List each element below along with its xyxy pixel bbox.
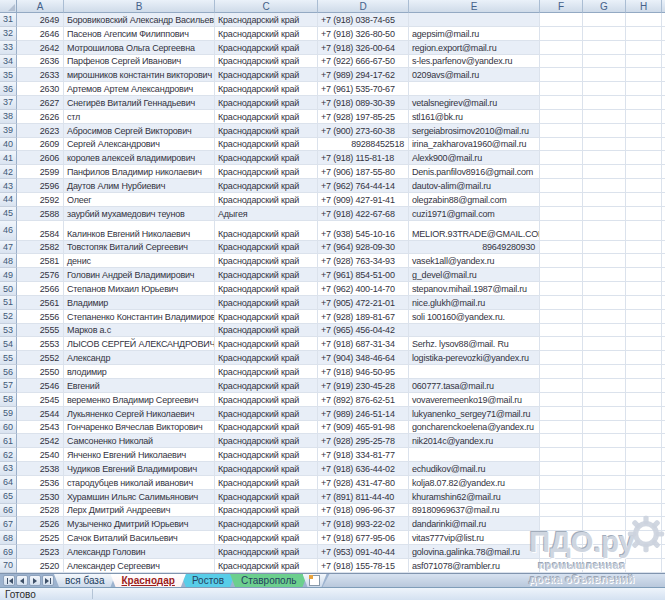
cell-G39[interactable] xyxy=(583,124,626,138)
cell-H51[interactable] xyxy=(626,296,662,310)
cell-F35[interactable] xyxy=(540,68,583,82)
cell-E41[interactable]: Alexk900@mail.ru xyxy=(409,151,540,165)
cell-C44[interactable]: Краснодарский край xyxy=(215,193,318,207)
cell-H38[interactable] xyxy=(626,110,662,124)
cell-A70[interactable]: 2520 xyxy=(17,559,64,573)
cell-D69[interactable]: +7 (953) 091-40-44 xyxy=(318,545,409,559)
cell-C68[interactable]: Краснодарский край xyxy=(215,531,318,545)
cell-G58[interactable] xyxy=(583,393,626,407)
cell-E35[interactable]: 0209avs@mail.ru xyxy=(409,68,540,82)
cell-F44[interactable] xyxy=(540,193,583,207)
cell-H57[interactable] xyxy=(626,379,662,393)
row-header-64[interactable]: 64 xyxy=(0,476,17,490)
row-header-45[interactable]: 45 xyxy=(0,207,17,221)
cell-F37[interactable] xyxy=(540,96,583,110)
cell-F31[interactable] xyxy=(540,13,583,27)
cell-A62[interactable]: 2540 xyxy=(17,448,64,462)
cell-C35[interactable]: Краснодарский край xyxy=(215,68,318,82)
cell-A46[interactable]: 2584 xyxy=(17,221,64,241)
cell-D64[interactable]: +7 (928) 431-47-80 xyxy=(318,476,409,490)
cell-H49[interactable] xyxy=(626,268,662,282)
sheet-tab-2[interactable]: Ростов xyxy=(181,574,235,587)
cell-H34[interactable] xyxy=(626,55,662,69)
row-header-60[interactable]: 60 xyxy=(0,421,17,435)
cell-B62[interactable]: Янченко Евгений Николаевич xyxy=(64,448,215,462)
cell-B70[interactable]: Александер Сергеевич xyxy=(64,559,215,573)
cell-G38[interactable] xyxy=(583,110,626,124)
cell-B69[interactable]: Александр Головин xyxy=(64,545,215,559)
row-header-35[interactable]: 35 xyxy=(0,68,17,82)
row-header-65[interactable]: 65 xyxy=(0,490,17,504)
cell-A59[interactable]: 2544 xyxy=(17,407,64,421)
cell-G68[interactable] xyxy=(583,531,626,545)
cell-A67[interactable]: 2526 xyxy=(17,517,64,531)
column-header-e[interactable]: E xyxy=(409,0,540,13)
cell-B66[interactable]: Лерх Дмитрий Андреевич xyxy=(64,504,215,518)
cell-C38[interactable]: Краснодарский край xyxy=(215,110,318,124)
cell-D45[interactable]: +7 (918) 422-67-68 xyxy=(318,207,409,221)
cell-H64[interactable] xyxy=(626,476,662,490)
cell-C70[interactable]: Краснодарский край xyxy=(215,559,318,573)
cell-G56[interactable] xyxy=(583,365,626,379)
cell-B34[interactable]: Парфенов Сергей Иванович xyxy=(64,55,215,69)
cell-A56[interactable]: 2550 xyxy=(17,365,64,379)
cell-E70[interactable]: asf071078@rambler.ru xyxy=(409,559,540,573)
row-header-40[interactable]: 40 xyxy=(0,138,17,152)
cell-C31[interactable]: Краснодарский край xyxy=(215,13,318,27)
cell-C63[interactable]: Краснодарский край xyxy=(215,462,318,476)
cell-G59[interactable] xyxy=(583,407,626,421)
cell-G55[interactable] xyxy=(583,351,626,365)
cell-G43[interactable] xyxy=(583,179,626,193)
cell-A36[interactable]: 2630 xyxy=(17,82,64,96)
cell-E40[interactable]: irina_zakharova1960@mail.ru xyxy=(409,138,540,152)
cell-B36[interactable]: Артемов Артем Александрович xyxy=(64,82,215,96)
cell-C49[interactable]: Краснодарский край xyxy=(215,268,318,282)
cell-F61[interactable] xyxy=(540,434,583,448)
cell-B45[interactable]: заурбий мухамедович теунов xyxy=(64,207,215,221)
cell-D44[interactable]: +7 (909) 427-91-41 xyxy=(318,193,409,207)
cell-A66[interactable]: 2528 xyxy=(17,504,64,518)
cell-F47[interactable] xyxy=(540,241,583,255)
cell-F39[interactable] xyxy=(540,124,583,138)
cell-E56[interactable] xyxy=(409,365,540,379)
cell-E64[interactable]: kolja8.07.82@yandex.ru xyxy=(409,476,540,490)
cell-H63[interactable] xyxy=(626,462,662,476)
cell-H67[interactable] xyxy=(626,517,662,531)
cell-D53[interactable]: +7 (965) 456-04-42 xyxy=(318,324,409,338)
cell-B46[interactable]: Калинков Евгений Николаевич xyxy=(64,221,215,241)
cell-A51[interactable]: 2561 xyxy=(17,296,64,310)
cell-G57[interactable] xyxy=(583,379,626,393)
row-header-41[interactable]: 41 xyxy=(0,151,17,165)
cell-A33[interactable]: 2642 xyxy=(17,41,64,55)
cell-G64[interactable] xyxy=(583,476,626,490)
cell-G49[interactable] xyxy=(583,268,626,282)
cell-E55[interactable]: logistika-perevozki@yandex.ru xyxy=(409,351,540,365)
cell-A34[interactable]: 2636 xyxy=(17,55,64,69)
row-header-66[interactable]: 66 xyxy=(0,504,17,518)
cell-A65[interactable]: 2530 xyxy=(17,490,64,504)
cell-D59[interactable]: +7 (989) 246-51-14 xyxy=(318,407,409,421)
row-header-38[interactable]: 38 xyxy=(0,110,17,124)
cell-D70[interactable]: +7 (918) 155-78-15 xyxy=(318,559,409,573)
cell-H41[interactable] xyxy=(626,151,662,165)
cell-E37[interactable]: vetalsnegirev@mail.ru xyxy=(409,96,540,110)
row-header-37[interactable]: 37 xyxy=(0,96,17,110)
cell-H59[interactable] xyxy=(626,407,662,421)
cell-B40[interactable]: Сергей Александрович xyxy=(64,138,215,152)
row-header-54[interactable]: 54 xyxy=(0,337,17,351)
cell-F45[interactable] xyxy=(540,207,583,221)
cell-C56[interactable]: Краснодарский край xyxy=(215,365,318,379)
cell-E49[interactable]: g_devel@mail.ru xyxy=(409,268,540,282)
cell-B44[interactable]: Олеег xyxy=(64,193,215,207)
cell-H45[interactable] xyxy=(626,207,662,221)
cell-G47[interactable] xyxy=(583,241,626,255)
cell-H37[interactable] xyxy=(626,96,662,110)
cell-A50[interactable]: 2566 xyxy=(17,282,64,296)
cell-D68[interactable]: +7 (918) 677-95-06 xyxy=(318,531,409,545)
cell-E44[interactable]: olegzabin88@gmail.com xyxy=(409,193,540,207)
row-header-51[interactable]: 51 xyxy=(0,296,17,310)
cell-D36[interactable]: +7 (961) 535-70-67 xyxy=(318,82,409,96)
cell-G53[interactable] xyxy=(583,324,626,338)
cell-G67[interactable] xyxy=(583,517,626,531)
cell-D43[interactable]: +7 (962) 764-44-14 xyxy=(318,179,409,193)
